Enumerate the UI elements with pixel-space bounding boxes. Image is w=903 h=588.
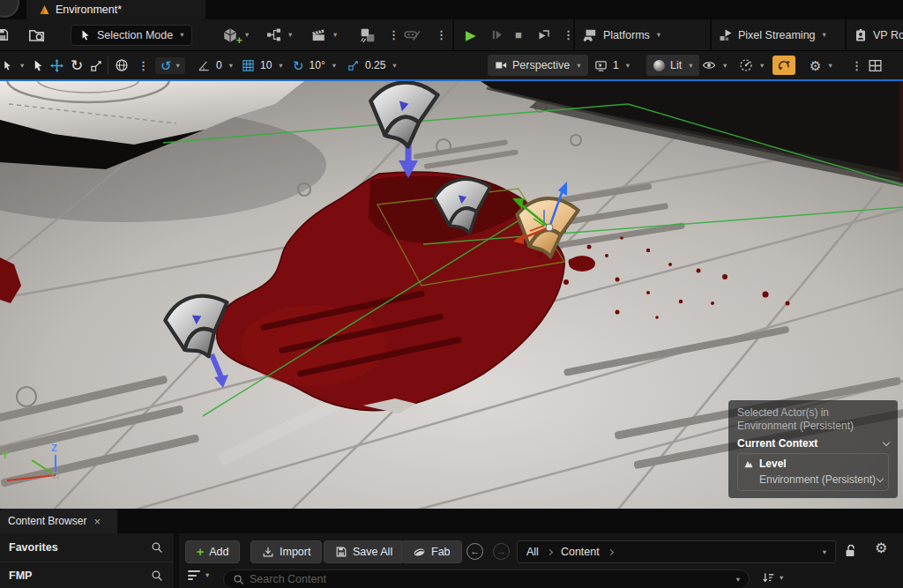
vp-roles-dropdown[interactable]: VP Ro [854, 19, 903, 50]
screen-percentage-value: 1 [613, 59, 619, 71]
back-button[interactable]: ← [466, 543, 483, 560]
unreal-logo[interactable] [0, 0, 19, 18]
fab-button[interactable]: Fab [401, 540, 462, 563]
chevron-down-icon[interactable]: ▾ [823, 548, 826, 556]
chevron-down-icon [877, 474, 884, 481]
camera-speed-dropdown[interactable]: ▾ [739, 51, 764, 79]
sort-dropdown[interactable]: ▾ [762, 571, 783, 584]
scale-tool-button[interactable] [90, 51, 103, 79]
scale-snap-dropdown[interactable]: 0.25 ▾ [347, 51, 397, 79]
platforms-dropdown[interactable]: Platforms ▾ [582, 19, 660, 50]
save-button[interactable] [0, 19, 10, 50]
filter-icon [188, 570, 200, 580]
camera-perspective-dropdown[interactable]: Perspective ▾ [488, 51, 588, 79]
camera-mode-label: Perspective [512, 59, 570, 71]
camera-icon [495, 59, 507, 71]
play-button[interactable]: ▶ [466, 19, 476, 50]
add-actor-dropdown[interactable]: + ▾ [222, 19, 249, 50]
clapperboard-icon [310, 27, 326, 43]
toolbar-overflow-menu-2[interactable]: ⋮ [434, 19, 449, 50]
context-level-value-dropdown[interactable]: Environment (Persistent) [743, 473, 883, 486]
transform-options-menu[interactable]: ⋮ [136, 51, 151, 79]
chevron-down-icon: ▾ [229, 62, 233, 70]
chevron-down-icon[interactable]: ▾ [736, 576, 740, 584]
xr-tools-button[interactable] [404, 19, 421, 50]
save-all-button-label: Save All [353, 546, 392, 558]
pixel-streaming-dropdown[interactable]: Pixel Streaming ▾ [719, 19, 826, 50]
fab-button-label: Fab [431, 546, 451, 558]
select-arrow-icon [32, 59, 45, 72]
realtime-warning-toggle[interactable] [772, 51, 795, 79]
add-button[interactable]: + Add [185, 540, 240, 563]
dots-icon: ⋮ [386, 29, 401, 41]
breadcrumb-item-all[interactable]: All [526, 546, 539, 558]
chevron-down-icon: ▾ [332, 62, 336, 70]
context-level-row[interactable]: Level [743, 458, 883, 470]
chevron-down-icon: ▾ [180, 31, 183, 39]
step-forward-icon [490, 28, 504, 41]
chevron-down-icon: ▾ [577, 62, 580, 70]
view-mode-dropdown[interactable]: Lit ▾ [646, 51, 699, 79]
tab-environment[interactable]: Environment* [26, 0, 205, 19]
show-flags-dropdown[interactable]: ▾ [702, 51, 727, 79]
chevron-down-icon: ▾ [626, 62, 630, 70]
content-settings-button[interactable]: ⚙ [875, 541, 887, 555]
close-icon[interactable]: × [93, 516, 101, 527]
cursor-tool-dropdown[interactable]: ▾ [2, 51, 24, 79]
select-tool-button[interactable] [32, 51, 45, 79]
viewport-layout-button[interactable] [868, 51, 883, 79]
chevron-down-icon: ▾ [657, 31, 660, 39]
browse-content-button[interactable] [28, 19, 45, 50]
sidebar-item-fmp[interactable]: FMP [0, 562, 174, 588]
editor-modes-button[interactable] [360, 19, 376, 50]
pixel-streaming-icon [719, 28, 733, 42]
search-input[interactable] [250, 573, 726, 585]
scale-tool-icon [90, 59, 103, 72]
surface-snap-dropdown[interactable]: 0 ▾ [198, 51, 233, 79]
cinematics-dropdown[interactable]: ▾ [310, 19, 337, 50]
level-viewport[interactable]: Z Y Selected Actor(s) in Environment (Pe… [0, 79, 903, 509]
favorites-label: Favorites [9, 541, 151, 554]
breadcrumb[interactable]: All Content ▾ [517, 540, 836, 563]
forward-button[interactable]: → [493, 543, 510, 560]
content-browser: Favorites FMP + Add Import Save All Fab … [0, 533, 903, 588]
selection-mode-dropdown[interactable]: Selection Mode ▾ [71, 19, 192, 50]
world-local-toggle[interactable] [115, 51, 129, 79]
save-all-button[interactable]: Save All [324, 540, 404, 563]
current-context-dropdown[interactable]: Current Context [737, 437, 889, 450]
sidebar-item-favorites[interactable]: Favorites [0, 533, 174, 562]
panel-splitter[interactable] [174, 533, 179, 588]
toolbar-overflow-menu[interactable]: ⋮ [386, 19, 401, 50]
rotate-tool-button[interactable]: ↻ [71, 51, 83, 79]
tab-content-browser[interactable]: Content Browser × [0, 509, 117, 533]
launch-button[interactable] [536, 19, 550, 50]
search-bar[interactable]: ▾ [223, 569, 750, 588]
chevron-down-icon: ▾ [20, 62, 24, 70]
rotation-snap-dropdown[interactable]: ↻ 10° ▾ [293, 51, 336, 79]
viewport-overflow-menu[interactable]: ⋮ [849, 51, 864, 79]
chevron-down-icon: ▾ [392, 62, 396, 70]
lit-sphere-icon [653, 60, 665, 71]
lock-button[interactable] [844, 544, 858, 561]
toolbar-divider [710, 19, 712, 50]
move-tool-button[interactable] [49, 51, 64, 79]
platforms-label: Platforms [603, 29, 650, 41]
search-icon[interactable] [151, 569, 163, 582]
level-value: Environment (Persistent) [759, 473, 876, 486]
dots-icon: ⋮ [434, 29, 449, 41]
grid-snap-dropdown[interactable]: 10 ▾ [242, 51, 283, 79]
scale-snap-icon [347, 59, 360, 71]
frame-skip-button[interactable] [490, 19, 504, 50]
snap-rotation-mode-dropdown[interactable]: ↺ ▾ [155, 51, 185, 79]
rotation-snap-value: 10° [310, 59, 325, 71]
screen-percentage-dropdown[interactable]: 1 ▾ [594, 51, 630, 79]
viewport-settings-dropdown[interactable]: ⚙ ▾ [810, 51, 832, 79]
filter-dropdown[interactable]: ▾ [188, 570, 209, 580]
search-icon[interactable] [151, 541, 163, 554]
blueprints-dropdown[interactable]: ▾ [266, 19, 292, 50]
chevron-down-icon: ▾ [279, 62, 282, 70]
breadcrumb-item-content[interactable]: Content [561, 546, 600, 558]
import-button[interactable]: Import [250, 540, 322, 563]
stop-button[interactable]: ■ [515, 19, 522, 50]
import-icon [262, 546, 274, 558]
